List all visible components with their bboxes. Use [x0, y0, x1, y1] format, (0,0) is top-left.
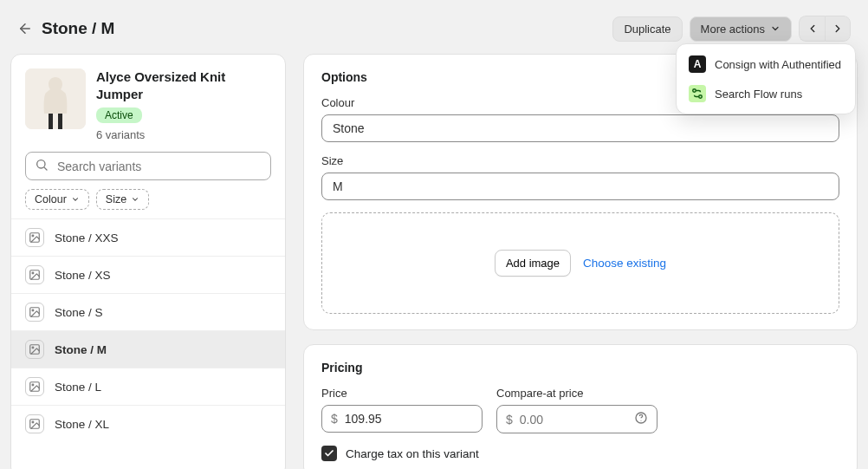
compare-input[interactable] — [518, 412, 629, 427]
filter-size[interactable]: Size — [96, 189, 149, 210]
image-placeholder-icon — [25, 265, 44, 284]
svg-point-1 — [693, 89, 696, 93]
duplicate-button[interactable]: Duplicate — [612, 16, 682, 42]
variant-row[interactable]: Stone / M — [11, 330, 285, 368]
variant-row[interactable]: Stone / L — [11, 368, 285, 405]
dropdown-item-flow[interactable]: Search Flow runs — [682, 79, 850, 108]
chevron-left-icon — [806, 23, 819, 35]
svg-rect-4 — [49, 114, 53, 129]
variant-row[interactable]: Stone / XS — [11, 256, 285, 293]
svg-point-13 — [32, 309, 34, 311]
svg-rect-5 — [58, 114, 62, 129]
more-actions-dropdown: A Consign with Authentified Search Flow … — [676, 43, 856, 114]
variant-label: Stone / XXS — [55, 231, 119, 244]
image-placeholder-icon — [25, 340, 44, 359]
variant-count: 6 variants — [96, 128, 271, 141]
price-input-wrap[interactable]: $ — [321, 405, 483, 433]
svg-point-21 — [640, 420, 641, 421]
pricing-card: Pricing Price $ Compare-at price $ — [303, 344, 858, 469]
pricing-title: Pricing — [321, 361, 839, 375]
variant-label: Stone / S — [55, 306, 103, 319]
flow-icon — [689, 85, 706, 102]
size-input[interactable] — [321, 173, 839, 200]
help-icon[interactable] — [634, 411, 648, 427]
variant-row[interactable]: Stone / S — [11, 293, 285, 330]
svg-point-2 — [699, 95, 703, 99]
currency-symbol: $ — [331, 412, 338, 426]
currency-symbol: $ — [506, 413, 513, 427]
variant-row[interactable]: Stone / XXS — [11, 218, 285, 256]
tax-label: Charge tax on this variant — [346, 447, 479, 460]
choose-existing-link[interactable]: Choose existing — [583, 257, 666, 270]
svg-point-15 — [32, 347, 34, 348]
compare-label: Compare-at price — [496, 387, 657, 400]
dropdown-item-consign[interactable]: A Consign with Authentified — [682, 49, 850, 79]
svg-line-7 — [44, 167, 47, 170]
product-thumbnail[interactable] — [25, 68, 86, 129]
more-actions-button[interactable]: More actions — [690, 16, 792, 42]
svg-point-17 — [32, 384, 34, 386]
dropdown-label: Consign with Authentified — [715, 58, 841, 71]
image-placeholder-icon — [25, 303, 44, 322]
prev-button[interactable] — [799, 16, 825, 42]
chevron-right-icon — [832, 23, 844, 35]
variant-label: Stone / M — [55, 343, 107, 356]
status-badge: Active — [96, 107, 142, 123]
variant-sidebar: Alyce Oversized Knit Jumper Active 6 var… — [10, 54, 286, 469]
search-input[interactable] — [55, 159, 262, 174]
svg-point-19 — [32, 421, 34, 423]
compare-input-wrap[interactable]: $ — [496, 405, 657, 433]
tax-checkbox-row[interactable]: Charge tax on this variant — [321, 446, 839, 461]
next-button[interactable] — [825, 16, 851, 42]
price-input[interactable] — [343, 411, 473, 427]
authentified-icon: A — [689, 55, 706, 73]
search-icon — [35, 158, 49, 174]
header-actions: Duplicate More actions — [612, 16, 851, 42]
page-title: Stone / M — [42, 19, 114, 38]
svg-point-9 — [32, 235, 34, 237]
add-image-button[interactable]: Add image — [495, 250, 571, 277]
product-name: Alyce Oversized Knit Jumper — [96, 68, 271, 102]
image-placeholder-icon — [25, 377, 44, 396]
tax-checkbox[interactable] — [321, 446, 337, 461]
variant-row[interactable]: Stone / XL — [11, 405, 285, 442]
image-dropzone[interactable]: Add image Choose existing — [321, 212, 839, 314]
svg-point-11 — [32, 272, 34, 274]
chevron-down-icon — [770, 23, 781, 34]
dropdown-label: Search Flow runs — [715, 88, 802, 101]
search-input-wrap[interactable] — [25, 152, 271, 180]
image-placeholder-icon — [25, 228, 44, 247]
variant-label: Stone / L — [55, 381, 101, 394]
nav-prev-next — [799, 16, 851, 42]
back-arrow-icon[interactable] — [17, 21, 33, 36]
product-header: Alyce Oversized Knit Jumper Active 6 var… — [11, 55, 285, 152]
price-label: Price — [321, 387, 483, 400]
colour-input[interactable] — [321, 114, 839, 142]
size-label: Size — [321, 154, 839, 167]
image-placeholder-icon — [25, 414, 44, 433]
filter-colour[interactable]: Colour — [25, 189, 89, 210]
svg-point-6 — [37, 160, 45, 168]
variant-label: Stone / XS — [55, 269, 111, 282]
variant-list: Stone / XXSStone / XSStone / SStone / MS… — [11, 218, 285, 442]
variant-label: Stone / XL — [55, 418, 109, 431]
